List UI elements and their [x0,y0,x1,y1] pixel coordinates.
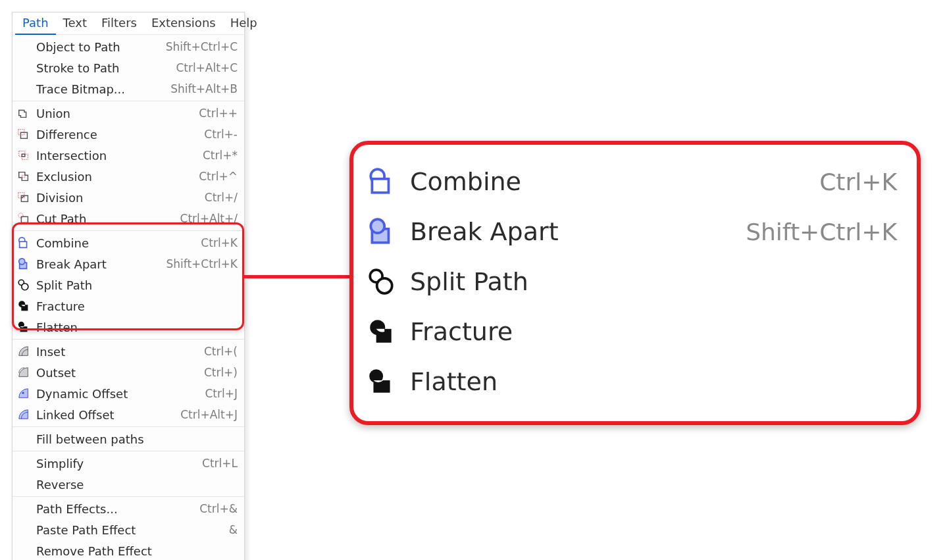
menu-item-intersection[interactable]: IntersectionCtrl+* [13,145,244,166]
menu-item-label: Linked Offset [36,408,175,422]
callout-item-split-path[interactable]: Split Path [365,257,897,307]
menu-item-break-apart[interactable]: Break ApartShift+Ctrl+K [13,253,244,274]
callout-item-label: Flatten [410,367,885,396]
menu-item-label: Object to Path [36,40,161,54]
menu-separator [13,101,244,101]
menu-item-label: Stroke to Path [36,61,170,75]
menu-item-remove-path-effect[interactable]: Remove Path Effect [13,540,244,560]
menu-item-difference[interactable]: DifferenceCtrl+- [13,124,244,145]
division-icon [16,190,31,205]
callout-item-flatten[interactable]: Flatten [365,357,897,407]
combine-icon [16,236,31,250]
menu-item-label: Combine [36,236,195,250]
callout-item-fracture[interactable]: Fracture [365,307,897,357]
menu-item-label: Inset [36,345,199,359]
menu-item-label: Union [36,107,193,120]
menu-item-shortcut: Ctrl+* [203,149,238,162]
menubar-item-extensions[interactable]: Extensions [144,12,223,35]
menu-item-shortcut: Ctrl+L [202,457,238,470]
menu-item-shortcut: Ctrl++ [199,107,238,120]
menu-item-object-to-path[interactable]: Object to PathShift+Ctrl+C [13,36,244,57]
callout-item-label: Fracture [410,317,885,346]
menu-separator [13,339,244,340]
difference-icon [16,127,31,141]
menu-item-shortcut: Ctrl+) [204,366,238,379]
menu-item-union[interactable]: UnionCtrl++ [13,103,244,124]
menu-item-dynamic-offset[interactable]: Dynamic OffsetCtrl+J [13,383,244,404]
menu-item-label: Cut Path [36,212,175,226]
menu-item-label: Paste Path Effect [36,523,224,537]
callout-item-break-apart[interactable]: Break ApartShift+Ctrl+K [365,207,897,257]
menu-item-shortcut: Ctrl+Alt+C [176,61,238,74]
menu-separator [13,230,244,231]
menu-item-shortcut: Ctrl+/ [205,191,238,204]
menu-item-label: Flatten [36,320,232,334]
callout-item-combine[interactable]: CombineCtrl+K [365,157,897,207]
intersection-icon [16,148,31,163]
menu-item-label: Split Path [36,278,232,292]
union-icon [16,106,31,120]
menu-item-split-path[interactable]: Split Path [13,274,244,295]
flatten-icon [16,320,31,334]
linked-offset-icon [16,407,31,422]
callout-item-label: Split Path [410,267,885,296]
menu-separator [13,426,244,427]
menubar-item-filters[interactable]: Filters [94,12,144,35]
menubar-item-help[interactable]: Help [223,12,265,35]
menu-item-shortcut: Ctrl+^ [199,170,238,183]
menu-item-shortcut: & [229,523,238,536]
menu-item-shortcut: Shift+Alt+B [170,82,238,95]
menu-item-label: Reverse [36,478,232,492]
callout-item-shortcut: Ctrl+K [819,168,897,195]
menu-item-shortcut: Ctrl+- [204,128,238,141]
menu-item-division[interactable]: DivisionCtrl+/ [13,187,244,208]
menubar: PathTextFiltersExtensionsHelp [13,13,244,35]
menu-separator [13,496,244,497]
menu-item-shortcut: Ctrl+Alt+/ [180,212,238,225]
menu-item-flatten[interactable]: Flatten [13,317,244,338]
menu-item-trace-bitmap[interactable]: Trace Bitmap...Shift+Alt+B [13,78,244,99]
menu-item-cut-path[interactable]: Cut PathCtrl+Alt+/ [13,208,244,229]
menu-item-label: Path Effects... [36,502,194,516]
menu-item-exclusion[interactable]: ExclusionCtrl+^ [13,166,244,187]
zoom-callout: CombineCtrl+KBreak ApartShift+Ctrl+KSpli… [349,141,921,425]
flatten-icon [365,365,398,398]
menu-item-combine[interactable]: CombineCtrl+K [13,232,244,253]
menu-item-label: Fracture [36,299,232,313]
menu-item-inset[interactable]: InsetCtrl+( [13,341,244,362]
menu-item-label: Fill between paths [36,432,232,446]
menu-item-path-effects[interactable]: Path Effects...Ctrl+& [13,498,244,519]
menu-item-shortcut: Shift+Ctrl+K [166,257,238,270]
menu-item-fracture[interactable]: Fracture [13,295,244,317]
highlight-connector [244,275,349,278]
menu-item-label: Break Apart [36,257,161,271]
menu-item-label: Exclusion [36,170,193,184]
dynamic-offset-icon [16,386,31,401]
menu-item-paste-path-effect[interactable]: Paste Path Effect& [13,519,244,540]
callout-item-shortcut: Shift+Ctrl+K [746,218,897,245]
break-apart-icon [365,215,398,248]
menu-item-fill-between-paths[interactable]: Fill between paths [13,428,244,449]
menu-item-reverse[interactable]: Reverse [13,474,244,495]
menu-item-label: Difference [36,128,199,141]
menu-item-label: Simplify [36,457,197,471]
menu-item-shortcut: Ctrl+J [205,387,238,400]
menu-item-linked-offset[interactable]: Linked OffsetCtrl+Alt+J [13,404,244,425]
menu-item-shortcut: Ctrl+K [201,236,238,249]
menu-item-label: Remove Path Effect [36,544,232,558]
menu-item-shortcut: Shift+Ctrl+C [166,40,238,53]
fracture-icon [365,315,398,348]
split-path-icon [16,278,31,292]
break-apart-icon [16,257,31,271]
callout-item-label: Combine [410,167,808,196]
menu-item-simplify[interactable]: SimplifyCtrl+L [13,453,244,474]
cut-path-icon [16,211,31,226]
menu-item-shortcut: Ctrl+( [204,345,238,358]
exclusion-icon [16,169,31,184]
inset-icon [16,344,31,359]
menu-item-stroke-to-path[interactable]: Stroke to PathCtrl+Alt+C [13,57,244,78]
path-menu-panel: PathTextFiltersExtensionsHelp Object to … [12,12,245,560]
menubar-item-text[interactable]: Text [56,12,94,35]
menubar-item-path[interactable]: Path [15,12,56,35]
menu-item-outset[interactable]: OutsetCtrl+) [13,362,244,383]
